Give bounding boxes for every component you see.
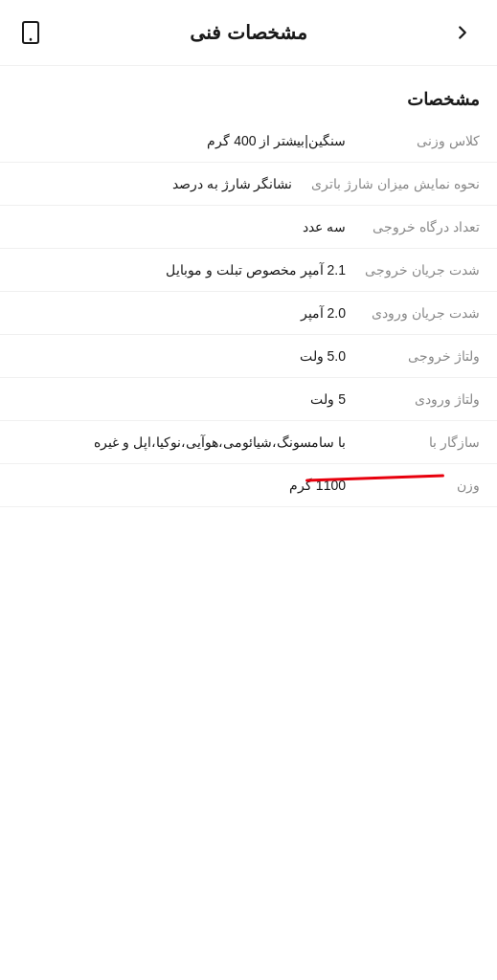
back-arrow-icon[interactable] — [445, 15, 480, 50]
spec-value: 2.0 آمپر — [17, 305, 365, 321]
page-title: مشخصات فنی — [190, 21, 307, 44]
spec-label: نحوه نمایش میزان شارژ باتری — [311, 176, 480, 191]
page-container: مشخصات فنی مشخصات کلاس وزنی سنگین|بیشتر … — [0, 0, 497, 507]
tablet-icon[interactable] — [17, 15, 52, 50]
spec-label: شدت جریان خروجی — [365, 262, 480, 278]
specs-table: کلاس وزنی سنگین|بیشتر از 400 گرم نحوه نم… — [0, 120, 497, 507]
spec-value: سه عدد — [17, 219, 365, 234]
spec-value: 5 ولت — [17, 391, 365, 407]
section-title: مشخصات — [407, 90, 480, 109]
spec-label: کلاس وزنی — [365, 133, 480, 148]
spec-label: تعداد درگاه خروجی — [365, 219, 480, 234]
table-row: نحوه نمایش میزان شارژ باتری نشانگر شارژ … — [0, 163, 497, 206]
header: مشخصات فنی — [0, 0, 497, 66]
table-row: کلاس وزنی سنگین|بیشتر از 400 گرم — [0, 120, 497, 163]
spec-label: ولتاژ ورودی — [365, 391, 480, 407]
spec-value: نشانگر شارژ به درصد — [17, 176, 311, 191]
spec-label: شدت جریان ورودی — [365, 305, 480, 321]
table-row: سازگار با با سامسونگ،شیائومی،هوآیی،نوکیا… — [0, 421, 497, 464]
spec-label: ولتاژ خروجی — [365, 348, 480, 364]
spec-label: سازگار با — [365, 434, 480, 450]
table-row: تعداد درگاه خروجی سه عدد — [0, 206, 497, 249]
table-row: ولتاژ خروجی 5.0 ولت — [0, 335, 497, 378]
table-row: شدت جریان خروجی 2.1 آمپر مخصوص تبلت و مو… — [0, 249, 497, 292]
spec-value: سنگین|بیشتر از 400 گرم — [17, 133, 365, 148]
table-row: ولتاژ ورودی 5 ولت — [0, 378, 497, 421]
spec-value: 2.1 آمپر مخصوص تبلت و موبایل — [17, 262, 365, 278]
spec-value: با سامسونگ،شیائومی،هوآیی،نوکیا،اپل و غیر… — [17, 434, 365, 450]
spec-label: وزن — [365, 478, 480, 493]
spec-value: 5.0 ولت — [17, 348, 365, 364]
table-row: شدت جریان ورودی 2.0 آمپر — [0, 292, 497, 335]
section-title-container: مشخصات — [0, 66, 497, 120]
table-row-weight: وزن 1100 گرم — [0, 464, 497, 507]
